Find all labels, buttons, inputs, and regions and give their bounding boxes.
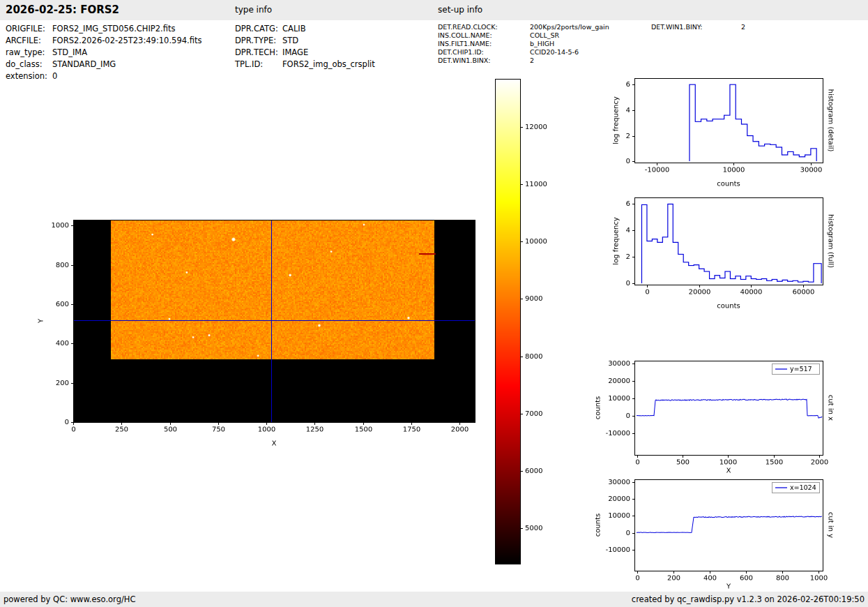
header-bar: 2026-02-25: FORS2 type info set-up info bbox=[0, 0, 868, 20]
metadata-value: COLL_SR bbox=[530, 31, 559, 39]
metadata-value: 0 bbox=[52, 71, 57, 81]
metadata-key: ARCFILE: bbox=[6, 35, 52, 47]
metadata-value: IMAGE bbox=[282, 47, 308, 57]
metadata-key: DPR.CATG: bbox=[235, 23, 282, 35]
metadata-row: DET.WIN1.BINX:2 bbox=[438, 57, 609, 65]
type-info-heading: type info bbox=[235, 0, 272, 20]
setup-info-list-col2: DET.WIN1.BINY:2 bbox=[651, 23, 745, 31]
metadata-value: 200Kps/2ports/low_gain bbox=[530, 23, 609, 31]
metadata-row: INS.COLL.NAME:COLL_SR bbox=[438, 31, 609, 40]
metadata-value: FORS2_IMG_STD056.CHIP2.fits bbox=[52, 24, 176, 33]
metadata-key: TPL.ID: bbox=[235, 59, 282, 70]
metadata-row: INS.FILT1.NAME:b_HIGH bbox=[438, 40, 609, 48]
cut-in-x-plot bbox=[595, 347, 846, 484]
metadata-key: extension: bbox=[6, 70, 52, 82]
metadata-value: 2 bbox=[741, 23, 745, 31]
footer-bar: powered by QC: www.eso.org/HC created by… bbox=[0, 592, 868, 607]
cut-in-y-plot bbox=[595, 466, 846, 606]
metadata-value: FORS2.2026-02-25T23:49:10.594.fits bbox=[52, 36, 201, 45]
metadata-key: DET.READ.CLOCK: bbox=[438, 23, 530, 31]
histogram-detail-plot bbox=[595, 65, 846, 204]
metadata-row: DET.CHIP1.ID:CCID20-14-5-6 bbox=[438, 48, 609, 57]
metadata-value: STD_IMA bbox=[52, 47, 87, 57]
metadata-value: b_HIGH bbox=[530, 40, 554, 47]
metadata-row: DPR.CATG:CALIB bbox=[235, 23, 375, 35]
metadata-key: DET.WIN1.BINX: bbox=[438, 57, 530, 65]
page-title: 2026-02-25: FORS2 bbox=[6, 0, 119, 20]
metadata-key: ORIGFILE: bbox=[6, 23, 52, 35]
metadata-key: DET.WIN1.BINY: bbox=[651, 23, 741, 31]
histogram-full-plot bbox=[595, 184, 846, 324]
metadata-row: TPL.ID:FORS2_img_obs_crsplit bbox=[235, 59, 375, 70]
type-info-list: DPR.CATG:CALIBDPR.TYPE:STDDPR.TECH:IMAGE… bbox=[235, 23, 375, 70]
metadata-row: do_class:STANDARD_IMG bbox=[6, 59, 201, 70]
metadata-key: DPR.TECH: bbox=[235, 47, 282, 59]
metadata-key: DPR.TYPE: bbox=[235, 35, 282, 47]
metadata-row: extension:0 bbox=[6, 70, 201, 82]
main-image-plot bbox=[28, 208, 495, 459]
metadata-row: DET.READ.CLOCK:200Kps/2ports/low_gain bbox=[438, 23, 609, 31]
metadata-row: raw_type:STD_IMA bbox=[6, 47, 201, 59]
metadata-row: DET.WIN1.BINY:2 bbox=[651, 23, 745, 31]
metadata-value: CALIB bbox=[282, 24, 306, 33]
footer-right-text: created by qc_rawdisp.py v1.2.3 on 2026-… bbox=[632, 592, 865, 607]
metadata-value: 2 bbox=[530, 57, 534, 64]
metadata-value: STD bbox=[282, 36, 298, 45]
setup-info-list: DET.READ.CLOCK:200Kps/2ports/low_gainINS… bbox=[438, 23, 609, 65]
metadata-value: STANDARD_IMG bbox=[52, 59, 116, 69]
metadata-key: DET.CHIP1.ID: bbox=[438, 48, 530, 57]
metadata-row: ARCFILE:FORS2.2026-02-25T23:49:10.594.fi… bbox=[6, 35, 201, 47]
metadata-key: do_class: bbox=[6, 59, 52, 70]
metadata-row: DPR.TYPE:STD bbox=[235, 35, 375, 47]
metadata-key: INS.FILT1.NAME: bbox=[438, 40, 530, 48]
metadata-key: raw_type: bbox=[6, 47, 52, 59]
file-metadata-list: ORIGFILE:FORS2_IMG_STD056.CHIP2.fitsARCF… bbox=[6, 23, 201, 82]
metadata-key: INS.COLL.NAME: bbox=[438, 31, 530, 40]
metadata-row: ORIGFILE:FORS2_IMG_STD056.CHIP2.fits bbox=[6, 23, 201, 35]
footer-left-text: powered by QC: www.eso.org/HC bbox=[3, 592, 135, 607]
metadata-value: CCID20-14-5-6 bbox=[530, 48, 579, 56]
colorbar bbox=[488, 73, 558, 576]
metadata-row: DPR.TECH:IMAGE bbox=[235, 47, 375, 59]
metadata-value: FORS2_img_obs_crsplit bbox=[282, 59, 375, 69]
setup-info-heading: set-up info bbox=[438, 0, 482, 20]
